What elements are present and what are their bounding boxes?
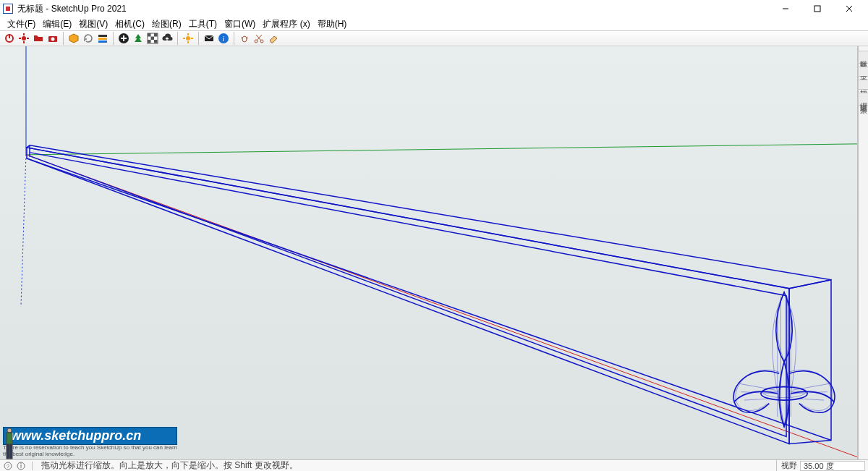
svg-rect-21 bbox=[148, 40, 151, 43]
menu-file[interactable]: 文件(F) bbox=[4, 18, 38, 30]
svg-line-50 bbox=[739, 383, 776, 390]
toolbar-refresh-icon[interactable] bbox=[82, 32, 95, 45]
svg-point-23 bbox=[186, 36, 190, 41]
svg-rect-15 bbox=[98, 41, 107, 43]
toolbar: i bbox=[0, 30, 868, 46]
tray-tags[interactable]: 标记 bbox=[858, 80, 869, 90]
person-figure-icon bbox=[3, 427, 16, 459]
svg-rect-19 bbox=[154, 33, 158, 37]
app-icon bbox=[3, 4, 13, 14]
svg-point-6 bbox=[22, 36, 26, 41]
svg-line-39 bbox=[26, 155, 857, 457]
svg-text:?: ? bbox=[7, 464, 9, 469]
window-title: 无标题 - SketchUp Pro 2021 bbox=[17, 3, 127, 15]
menu-view[interactable]: 视图(V) bbox=[76, 18, 111, 30]
toolbar-cloud-icon[interactable] bbox=[161, 32, 174, 45]
tray-default-panel[interactable]: 默认面板 bbox=[858, 51, 869, 64]
svg-rect-60 bbox=[10, 444, 13, 459]
toolbar-camera-icon[interactable] bbox=[46, 32, 59, 45]
menu-tools[interactable]: 工具(T) bbox=[186, 18, 220, 30]
toolbar-checker-icon[interactable] bbox=[146, 32, 159, 45]
menu-help[interactable]: 帮助(H) bbox=[315, 18, 350, 30]
viewport-3d[interactable]: www.sketchuppro.cn There is no reservati… bbox=[0, 46, 858, 459]
status-field-label: 视野 bbox=[781, 460, 797, 471]
toolbar-gear-icon[interactable] bbox=[17, 32, 30, 45]
status-hint: 拖动光标进行缩放。向上是放大，向下是缩小。按 Shift 更改视野。 bbox=[38, 459, 773, 471]
status-field-value[interactable]: 35.00 度 bbox=[800, 461, 865, 471]
svg-rect-20 bbox=[151, 37, 155, 41]
toolbar-power-icon[interactable] bbox=[3, 32, 16, 45]
viewport-watermark: www.sketchuppro.cn There is no reservati… bbox=[3, 427, 177, 458]
status-bar: ? 拖动光标进行缩放。向上是放大，向下是缩小。按 Shift 更改视野。 视野 … bbox=[0, 459, 868, 471]
watermark-tagline-2: the best original knowledge. bbox=[3, 451, 177, 458]
tray-scene[interactable]: 绑定场景 bbox=[858, 93, 869, 106]
svg-point-12 bbox=[51, 38, 55, 41]
svg-point-65 bbox=[20, 462, 21, 463]
svg-line-38 bbox=[26, 144, 857, 155]
menu-bar: 文件(F) 编辑(E) 视图(V) 相机(C) 绘图(R) 工具(T) 窗口(W… bbox=[0, 17, 868, 30]
menu-extensions[interactable]: 扩展程序 (x) bbox=[260, 18, 312, 30]
svg-rect-14 bbox=[98, 38, 107, 40]
toolbar-folder-icon[interactable] bbox=[32, 32, 45, 45]
toolbar-mail-icon[interactable] bbox=[203, 32, 216, 45]
toolbar-stack-icon[interactable] bbox=[96, 32, 109, 45]
toolbar-gear2-icon[interactable] bbox=[182, 32, 195, 45]
toolbar-scissors-icon[interactable] bbox=[252, 32, 265, 45]
svg-marker-42 bbox=[27, 145, 831, 289]
menu-edit[interactable]: 编辑(E) bbox=[40, 18, 75, 30]
menu-camera[interactable]: 相机(C) bbox=[112, 18, 148, 30]
watermark-url: www.sketchuppro.cn bbox=[3, 427, 177, 445]
status-help-icon[interactable]: ? bbox=[3, 461, 13, 471]
close-button[interactable] bbox=[833, 0, 865, 17]
toolbar-plus-circle-icon[interactable] bbox=[117, 32, 130, 45]
svg-rect-22 bbox=[154, 40, 158, 43]
toolbar-eraser-icon[interactable] bbox=[267, 32, 280, 45]
svg-rect-18 bbox=[148, 33, 151, 37]
minimize-button[interactable] bbox=[770, 0, 801, 17]
toolbar-info-icon[interactable]: i bbox=[217, 32, 230, 45]
svg-rect-59 bbox=[7, 444, 9, 459]
toolbar-cube-icon[interactable] bbox=[67, 32, 80, 45]
toolbar-bug-icon[interactable] bbox=[238, 32, 251, 45]
status-info-icon[interactable] bbox=[16, 461, 26, 471]
right-tray: 默认面板 平台 标记 绑定场景 bbox=[858, 46, 868, 459]
tray-platform[interactable]: 平台 bbox=[858, 67, 869, 77]
svg-point-56 bbox=[761, 387, 807, 400]
svg-marker-41 bbox=[789, 280, 831, 444]
menu-window[interactable]: 窗口(W) bbox=[221, 18, 258, 30]
svg-point-31 bbox=[242, 36, 247, 42]
svg-marker-40 bbox=[27, 148, 789, 444]
svg-point-57 bbox=[7, 428, 12, 433]
toolbar-tree-icon[interactable] bbox=[132, 32, 145, 45]
svg-line-53 bbox=[793, 383, 830, 390]
maximize-button[interactable] bbox=[801, 0, 833, 17]
menu-draw[interactable]: 绘图(R) bbox=[149, 18, 184, 30]
svg-rect-13 bbox=[98, 35, 107, 37]
svg-text:i: i bbox=[223, 35, 225, 43]
workspace: www.sketchuppro.cn There is no reservati… bbox=[0, 46, 868, 459]
svg-rect-1 bbox=[814, 6, 820, 12]
svg-line-37 bbox=[21, 155, 26, 307]
svg-line-43 bbox=[27, 158, 831, 441]
title-bar: 无标题 - SketchUp Pro 2021 bbox=[0, 0, 868, 17]
svg-rect-58 bbox=[7, 433, 12, 444]
window-controls bbox=[770, 0, 865, 17]
